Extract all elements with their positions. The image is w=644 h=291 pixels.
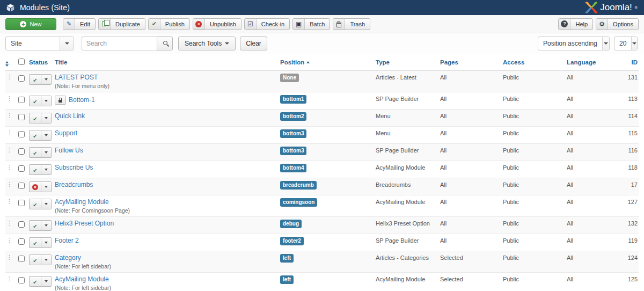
module-type: AcyMailing Module (376, 161, 440, 178)
module-id: 113 (612, 92, 639, 110)
module-title-link[interactable]: Subscribe Us (55, 164, 93, 171)
module-title-link[interactable]: Support (55, 130, 77, 137)
status-toggle-button[interactable] (29, 220, 41, 231)
status-dropdown-button[interactable] (41, 147, 52, 158)
chevron-down-icon (45, 203, 48, 205)
status-toggle-button[interactable] (29, 276, 41, 287)
row-checkbox[interactable] (18, 165, 25, 172)
status-toggle-button[interactable] (29, 237, 41, 248)
status-toggle-button[interactable] (29, 74, 41, 85)
clear-button[interactable]: Clear (240, 37, 267, 50)
search-input[interactable] (82, 37, 157, 50)
status-dropdown-button[interactable] (41, 164, 52, 175)
drag-handle[interactable]: ⋮ (5, 164, 12, 170)
module-title-link[interactable]: Follow Us (55, 147, 83, 154)
module-type: Articles - Latest (376, 71, 440, 92)
row-checkbox[interactable] (18, 183, 25, 189)
module-language: All (567, 234, 612, 251)
row-checkbox[interactable] (18, 277, 25, 283)
status-dropdown-button[interactable] (41, 276, 52, 287)
column-header-pages[interactable]: Pages (440, 59, 458, 66)
module-title-link[interactable]: Breadcrumbs (55, 181, 93, 188)
search-submit-button[interactable] (157, 37, 173, 50)
module-title-link[interactable]: Footer 2 (55, 237, 79, 244)
options-button[interactable]: ⚙ Options (596, 18, 639, 30)
filter-bar: Site Search Tools Clear Position ascendi… (0, 33, 644, 54)
drag-handle[interactable]: ⋮ (5, 147, 12, 153)
status-dropdown-button[interactable] (41, 199, 52, 209)
search-tools-button[interactable]: Search Tools (178, 37, 236, 50)
row-checkbox[interactable] (18, 97, 25, 103)
module-title-link[interactable]: LATEST POST (55, 74, 98, 81)
column-header-language[interactable]: Language (567, 59, 596, 66)
page-title: Modules (Site) (20, 3, 70, 12)
select-all-checkbox[interactable] (18, 59, 25, 65)
drag-handle[interactable]: ⋮ (5, 199, 12, 205)
module-title-link[interactable]: Helix3 Preset Option (55, 220, 114, 227)
status-toggle-button[interactable] (29, 113, 41, 123)
drag-handle[interactable]: ⋮ (5, 130, 12, 136)
module-title-link[interactable]: AcyMailing Module (55, 276, 109, 283)
duplicate-button[interactable]: Duplicate (98, 18, 145, 30)
checkin-button[interactable]: ☑ Check-in (244, 18, 290, 30)
edit-button[interactable]: ✎ Edit (63, 18, 96, 30)
status-toggle-button[interactable] (29, 254, 41, 265)
position-badge: bottom2 (280, 112, 306, 121)
column-header-id[interactable]: ID (632, 59, 638, 66)
column-header-status[interactable]: Status (29, 59, 48, 66)
status-dropdown-button[interactable] (41, 181, 52, 192)
status-toggle-button[interactable] (29, 199, 41, 209)
row-checkbox[interactable] (18, 200, 25, 206)
table-row: ⋮ LATEST POST (Note: For menu only) None… (5, 71, 639, 92)
drag-handle[interactable]: ⋮ (5, 276, 12, 282)
limit-select[interactable]: 20 (614, 37, 638, 50)
status-toggle-button[interactable] (29, 147, 41, 158)
module-title-link[interactable]: Bottom-1 (69, 97, 95, 104)
ordering-sort-icon[interactable] (5, 61, 9, 67)
drag-handle[interactable]: ⋮ (5, 254, 12, 260)
column-header-type[interactable]: Type (376, 59, 390, 66)
drag-handle[interactable]: ⋮ (5, 220, 12, 226)
module-title-link[interactable]: Quick Link (55, 113, 85, 120)
status-dropdown-button[interactable] (41, 254, 52, 265)
status-dropdown-button[interactable] (41, 113, 52, 123)
row-checkbox[interactable] (18, 148, 25, 155)
status-toggle-button[interactable] (29, 164, 41, 175)
position-badge: bottom1 (280, 95, 306, 104)
column-header-title[interactable]: Title (55, 59, 67, 66)
help-button[interactable]: ? Help (558, 18, 593, 30)
drag-handle[interactable]: ⋮ (5, 113, 12, 119)
drag-handle[interactable]: ⋮ (5, 96, 12, 101)
module-pages: All (440, 144, 503, 161)
row-checkbox[interactable] (18, 131, 25, 137)
status-dropdown-button[interactable] (41, 74, 52, 85)
module-title-link[interactable]: AcyMailing Module (55, 199, 109, 206)
status-toggle-button[interactable] (29, 181, 41, 192)
new-button[interactable]: + New (5, 18, 56, 30)
unpublish-button[interactable]: ✕ Unpublish (193, 18, 241, 30)
publish-button[interactable]: ✔ Publish (148, 18, 190, 30)
drag-handle[interactable]: ⋮ (5, 181, 12, 187)
row-checkbox[interactable] (18, 75, 25, 82)
row-checkbox[interactable] (18, 221, 25, 228)
table-row: ⋮ Category (Note: For left sidebar) left… (5, 251, 639, 273)
status-toggle-button[interactable] (29, 130, 41, 141)
status-dropdown-button[interactable] (41, 96, 52, 106)
drag-handle[interactable]: ⋮ (5, 74, 12, 80)
column-header-access[interactable]: Access (503, 59, 524, 66)
batch-button[interactable]: ▣ Batch (292, 18, 330, 30)
drag-handle[interactable]: ⋮ (5, 237, 12, 243)
status-dropdown-button[interactable] (41, 220, 52, 231)
status-dropdown-button[interactable] (41, 130, 52, 141)
module-title-link[interactable]: Category (55, 254, 81, 261)
row-checkbox[interactable] (18, 114, 25, 120)
row-checkbox[interactable] (18, 238, 25, 245)
row-checkbox[interactable] (18, 256, 25, 262)
ordering-select[interactable]: Position ascending (538, 37, 610, 50)
client-select[interactable]: Site (5, 37, 74, 50)
trash-button[interactable]: Trash (333, 18, 370, 30)
status-toggle-button[interactable] (29, 96, 41, 106)
module-pages: All (440, 92, 503, 110)
status-dropdown-button[interactable] (41, 237, 52, 248)
column-header-position[interactable]: Position (280, 59, 310, 66)
